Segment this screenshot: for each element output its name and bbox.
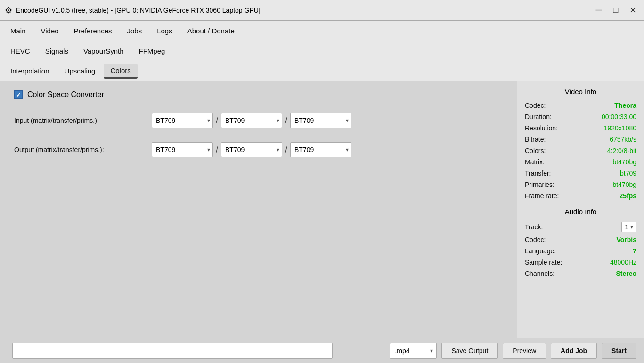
output-transfer-wrapper: BT709 BT601 BT2020 SMPTE240M FCC — [221, 142, 282, 157]
audio-codec-label: Codec: — [525, 236, 546, 243]
menu-item-preferences[interactable]: Preferences — [67, 24, 119, 38]
input-label: Input (matrix/transfer/prims.): — [14, 117, 146, 124]
input-select-group: BT709 BT601 BT2020 SMPTE240M FCC / BT709… — [152, 113, 351, 128]
sub-toolbar-item-colors[interactable]: Colors — [104, 64, 137, 79]
video-codec-value: Theora — [614, 102, 636, 109]
output-select-group: BT709 BT601 BT2020 SMPTE240M FCC / BT709… — [152, 142, 351, 157]
title-bar: ⚙ EncodeGUI v1.0.5 (free, stable) - [GPU… — [0, 0, 644, 21]
audio-language-row: Language: ? — [525, 247, 636, 255]
video-matrix-value: bt470bg — [612, 158, 636, 166]
separator-1: / — [216, 116, 218, 126]
audio-channels-row: Channels: Stereo — [525, 269, 636, 278]
color-space-label: Color Space Converter — [27, 90, 104, 99]
input-matrix-select[interactable]: BT709 BT601 BT2020 SMPTE240M FCC — [152, 113, 213, 128]
video-bitrate-value: 6757kb/s — [610, 136, 636, 143]
input-transfer-select[interactable]: BT709 BT601 BT2020 SMPTE240M FCC — [221, 113, 282, 128]
video-resolution-label: Resolution: — [525, 124, 558, 132]
menu-item-about-donate[interactable]: About / Donate — [181, 24, 241, 38]
video-framerate-value: 25fps — [619, 192, 636, 200]
video-bitrate-row: Bitrate: 6757kb/s — [525, 135, 636, 144]
video-primaries-label: Primaries: — [525, 181, 554, 188]
audio-samplerate-value: 48000Hz — [610, 258, 636, 266]
toolbar-bar: HEVC Signals VapourSynth FFMpeg — [0, 41, 644, 61]
minimize-button[interactable]: ─ — [592, 4, 605, 17]
output-matrix-select[interactable]: BT709 BT601 BT2020 SMPTE240M FCC — [152, 142, 213, 157]
video-codec-row: Codec: Theora — [525, 101, 636, 110]
separator-3: / — [216, 145, 218, 155]
maximize-button[interactable]: □ — [609, 4, 622, 17]
input-matrix-wrapper: BT709 BT601 BT2020 SMPTE240M FCC — [152, 113, 213, 128]
video-duration-row: Duration: 00:00:33.00 — [525, 113, 636, 121]
audio-language-value: ? — [632, 247, 636, 255]
audio-codec-row: Codec: Vorbis — [525, 235, 636, 244]
video-resolution-value: 1920x1080 — [604, 124, 636, 132]
toolbar-item-ffmpeg[interactable]: FFMpeg — [132, 44, 172, 58]
video-duration-value: 00:00:33.00 — [602, 113, 636, 121]
color-space-header: Color Space Converter — [14, 90, 503, 99]
close-button[interactable]: ✕ — [626, 4, 639, 17]
add-job-button[interactable]: Add Job — [551, 343, 597, 359]
video-transfer-label: Transfer: — [525, 169, 551, 177]
video-colors-row: Colors: 4:2:0/8-bit — [525, 146, 636, 155]
title-bar-controls: ─ □ ✕ — [592, 4, 639, 17]
main-content: Color Space Converter Input (matrix/tran… — [0, 81, 644, 338]
output-label: Output (matrix/transfer/prims.): — [14, 146, 146, 153]
audio-codec-value: Vorbis — [616, 236, 636, 243]
input-prims-wrapper: BT709 BT601 BT2020 SMPTE240M FCC — [290, 113, 351, 128]
right-panel: Video Info Codec: Theora Duration: 00:00… — [517, 81, 644, 338]
output-transfer-select[interactable]: BT709 BT601 BT2020 SMPTE240M FCC — [221, 142, 282, 157]
save-output-button[interactable]: Save Output — [441, 343, 498, 359]
menu-bar: Main Video Preferences Jobs Logs About /… — [0, 21, 644, 41]
separator-2: / — [285, 116, 287, 126]
menu-item-jobs[interactable]: Jobs — [120, 24, 148, 38]
audio-track-select[interactable]: 1 ▾ — [621, 222, 636, 232]
video-resolution-row: Resolution: 1920x1080 — [525, 124, 636, 132]
video-framerate-label: Frame rate: — [525, 192, 559, 200]
track-chevron-icon: ▾ — [630, 224, 633, 230]
output-path-input[interactable] — [12, 343, 333, 359]
input-transfer-wrapper: BT709 BT601 BT2020 SMPTE240M FCC — [221, 113, 282, 128]
menu-item-logs[interactable]: Logs — [150, 24, 179, 38]
audio-channels-value: Stereo — [616, 270, 636, 277]
start-button[interactable]: Start — [602, 343, 636, 359]
title-bar-left: ⚙ EncodeGUI v1.0.5 (free, stable) - [GPU… — [5, 5, 261, 16]
toolbar-item-vapoursynth[interactable]: VapourSynth — [77, 44, 130, 58]
video-colors-value: 4:2:0/8-bit — [607, 147, 636, 154]
audio-track-row: Track: 1 ▾ — [525, 221, 636, 233]
input-prims-select[interactable]: BT709 BT601 BT2020 SMPTE240M FCC — [290, 113, 351, 128]
format-select-wrapper: .mp4 .mkv .avi .mov — [390, 343, 437, 359]
preview-button[interactable]: Preview — [503, 343, 546, 359]
sub-toolbar-item-upscaling[interactable]: Upscaling — [58, 64, 102, 78]
video-bitrate-label: Bitrate: — [525, 136, 546, 143]
menu-item-video[interactable]: Video — [34, 24, 65, 38]
toolbar-item-signals[interactable]: Signals — [39, 44, 75, 58]
bottom-bar: .mp4 .mkv .avi .mov Save Output Preview … — [0, 338, 644, 363]
color-space-checkbox[interactable] — [14, 90, 23, 99]
menu-item-main[interactable]: Main — [4, 24, 33, 38]
output-prims-wrapper: BT709 BT601 BT2020 SMPTE240M FCC — [290, 142, 351, 157]
output-prims-select[interactable]: BT709 BT601 BT2020 SMPTE240M FCC — [290, 142, 351, 157]
audio-track-label: Track: — [525, 223, 543, 231]
toolbar-item-hevc[interactable]: HEVC — [4, 44, 37, 58]
video-codec-label: Codec: — [525, 102, 546, 109]
sub-toolbar-item-interpolation[interactable]: Interpolation — [4, 64, 56, 78]
video-transfer-value: bt709 — [620, 169, 636, 177]
video-primaries-row: Primaries: bt470bg — [525, 180, 636, 189]
audio-samplerate-label: Sample rate: — [525, 258, 562, 266]
audio-track-value: 1 — [625, 223, 628, 231]
video-colors-label: Colors: — [525, 147, 546, 154]
video-duration-label: Duration: — [525, 113, 552, 121]
video-transfer-row: Transfer: bt709 — [525, 169, 636, 177]
audio-samplerate-row: Sample rate: 48000Hz — [525, 258, 636, 266]
title-bar-text: EncodeGUI v1.0.5 (free, stable) - [GPU 0… — [16, 7, 261, 14]
separator-4: / — [285, 145, 287, 155]
output-row: Output (matrix/transfer/prims.): BT709 B… — [14, 142, 503, 157]
sub-toolbar-bar: Interpolation Upscaling Colors — [0, 61, 644, 81]
audio-channels-label: Channels: — [525, 270, 554, 277]
audio-language-label: Language: — [525, 247, 556, 255]
video-matrix-row: Matrix: bt470bg — [525, 158, 636, 166]
output-matrix-wrapper: BT709 BT601 BT2020 SMPTE240M FCC — [152, 142, 213, 157]
video-matrix-label: Matrix: — [525, 158, 545, 166]
input-row: Input (matrix/transfer/prims.): BT709 BT… — [14, 113, 503, 128]
format-select[interactable]: .mp4 .mkv .avi .mov — [390, 343, 437, 359]
